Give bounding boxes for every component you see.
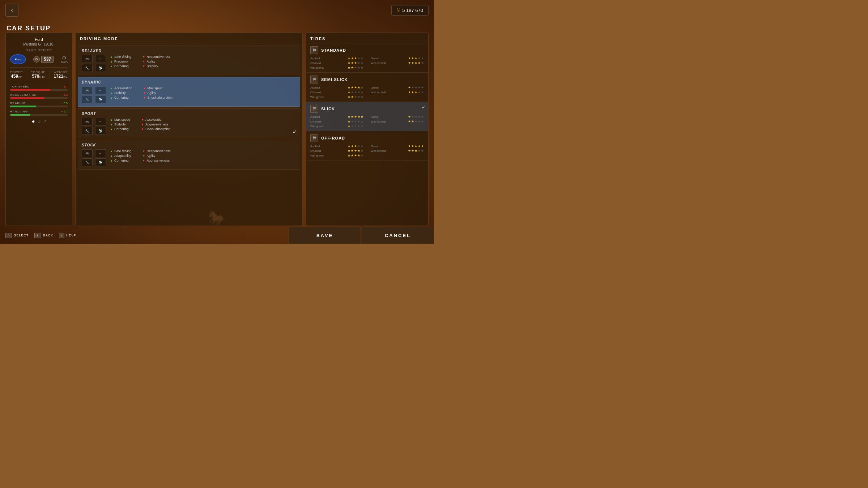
star: ★ <box>354 61 357 65</box>
star: ★ <box>348 120 350 123</box>
star: ★ <box>414 115 417 119</box>
tire-stat: Wet gravel ★★★★★ <box>310 95 363 99</box>
star: ★ <box>348 86 350 89</box>
star: ★ <box>361 66 363 69</box>
weight-value: 1721KG <box>54 74 68 79</box>
tire-stat: Wet asphalt ★★★★★ <box>371 120 424 123</box>
tire-card-semi-slick[interactable]: 🏁 SEMI-SLICK Asphalt ★★★★★ Gravel ★★★★★ … <box>306 73 428 102</box>
tire-card-off-road[interactable]: 🏁 OFF-ROAD Asphalt ★★★★★ Gravel ★★★★★ Of… <box>306 131 428 160</box>
star: ★ <box>357 61 360 65</box>
star: ★ <box>414 149 417 153</box>
star: ★ <box>351 120 354 123</box>
star: ★ <box>411 120 414 123</box>
control-help: i HELP <box>59 233 76 238</box>
back-button[interactable]: ‹ <box>5 4 18 17</box>
star: ★ <box>351 66 354 69</box>
star: ★ <box>348 144 350 148</box>
control-label: HELP <box>66 234 76 237</box>
mode-name-dynamic: DYNAMIC <box>82 80 296 84</box>
perf-row-handling: HANDLING + 2.7 <box>10 110 68 116</box>
mode-icon-4: 📡 <box>95 95 106 103</box>
driving-mode-panel: DRIVING MODE RELAXED 🎮 ✒ 🔧 📡 ▲ Safe driv… <box>75 33 303 226</box>
star: ★ <box>408 115 411 119</box>
mode-name-relaxed: RELAXED <box>82 49 296 53</box>
tire-stat: Off-road ★★★★★ <box>310 149 363 153</box>
driving-mode-title: DRIVING MODE <box>76 33 302 43</box>
star: ★ <box>414 144 417 148</box>
icon-p[interactable]: P <box>43 119 46 123</box>
mode-icon-4: 📡 <box>95 158 106 166</box>
star: ★ <box>408 86 411 89</box>
tire-stat: Wet asphalt ★★★★★ <box>371 61 424 65</box>
star: ★ <box>357 56 360 60</box>
tire-stat: Asphalt ★★★★★ <box>310 115 363 119</box>
icon-diamond-empty[interactable]: ◇ <box>38 119 41 123</box>
star: ★ <box>418 115 421 119</box>
star: ★ <box>354 115 357 119</box>
car-rating: D 537 <box>33 56 54 63</box>
controls-left: A SELECT B BACK i HELP <box>0 233 289 238</box>
star: ★ <box>421 90 424 94</box>
tire-stat: Gravel ★★★★★ <box>371 144 424 148</box>
currency-icon: © <box>397 8 400 13</box>
star: ★ <box>421 144 424 148</box>
mode-card-stock[interactable]: STOCK 🎮 ✒ 🔧 📡 ▲ Safe driving ▲ Adaptabil… <box>78 140 300 170</box>
star: ★ <box>414 120 417 123</box>
star: ★ <box>351 61 354 65</box>
star: ★ <box>357 66 360 69</box>
control-key: i <box>59 233 64 238</box>
transmission: ⚙ RWD <box>61 55 68 64</box>
star: ★ <box>408 90 411 94</box>
mode-card-sport[interactable]: SPORT 🎮 ✒ 🔧 📡 ▲ Max speed ▲ Stability ▲ … <box>78 108 300 138</box>
mode-icon-1: 🎮 <box>82 55 93 63</box>
modes-list: RELAXED 🎮 ✒ 🔧 📡 ▲ Safe driving ▲ Precisi… <box>76 43 302 226</box>
star: ★ <box>348 95 350 99</box>
star: ★ <box>361 95 363 99</box>
star: ★ <box>361 124 363 128</box>
bottom-icons: ◆ ◇ P <box>10 119 68 123</box>
star: ★ <box>411 90 414 94</box>
mode-icon-2: ✒ <box>95 118 106 126</box>
tires-title: TIRES <box>306 33 428 43</box>
star: ★ <box>408 56 411 60</box>
mode-card-relaxed[interactable]: RELAXED 🎮 ✒ 🔧 📡 ▲ Safe driving ▲ Precisi… <box>78 46 300 75</box>
icon-diamond-filled[interactable]: ◆ <box>32 119 35 123</box>
star: ★ <box>421 149 424 153</box>
star: ★ <box>418 56 421 60</box>
control-key: B <box>34 233 41 238</box>
star: ★ <box>408 120 411 123</box>
star: ★ <box>421 86 424 89</box>
tire-card-slick[interactable]: 🏁 SLICK Asphalt ★★★★★ Gravel ★★★★★ Off-r… <box>306 102 428 131</box>
ford-logo: Ford <box>10 54 26 64</box>
star: ★ <box>361 154 363 157</box>
star: ★ <box>357 154 360 157</box>
mode-icon-3: 🔧 <box>82 64 93 72</box>
perf-row-acceleration: ACCELERATION - 4.3 <box>10 93 68 99</box>
bottom-bar: A SELECT B BACK i HELP SAVE CANCEL <box>0 227 434 244</box>
tire-stat: Asphalt ★★★★★ <box>310 144 363 148</box>
mode-name-stock: STOCK <box>82 143 296 147</box>
star: ★ <box>421 120 424 123</box>
star: ★ <box>421 56 424 60</box>
save-button[interactable]: SAVE <box>289 227 361 244</box>
star: ★ <box>361 115 363 119</box>
mode-icon-2: ✒ <box>95 55 106 63</box>
star: ★ <box>357 115 360 119</box>
star: ★ <box>421 115 424 119</box>
tire-stat: Off-road ★★★★★ <box>310 120 363 123</box>
star: ★ <box>414 86 417 89</box>
star: ★ <box>351 144 354 148</box>
star: ★ <box>357 144 360 148</box>
mode-card-dynamic[interactable]: DYNAMIC 🎮 ✒ 🔧 📡 ▲ Acceleration ▲ Stabili… <box>78 77 300 107</box>
star: ★ <box>351 56 354 60</box>
performance-section: TOP SPEED - 3.7 ACCELERATION - 4.3 BRAKI… <box>10 85 68 116</box>
star: ★ <box>421 61 424 65</box>
star: ★ <box>348 124 350 128</box>
tire-card-standard[interactable]: 🏁 STANDARD Asphalt ★★★★★ Gravel ★★★★★ Of… <box>306 43 428 73</box>
mode-icon-2: ✒ <box>95 86 106 94</box>
star: ★ <box>361 149 363 153</box>
mode-icon-1: 🎮 <box>82 118 93 126</box>
cancel-button[interactable]: CANCEL <box>362 227 434 244</box>
car-panel: Ford Mustang GT (2018) DAILY DRIVER Ford… <box>5 33 72 226</box>
perf-row-top-speed: TOP SPEED - 3.7 <box>10 85 68 91</box>
